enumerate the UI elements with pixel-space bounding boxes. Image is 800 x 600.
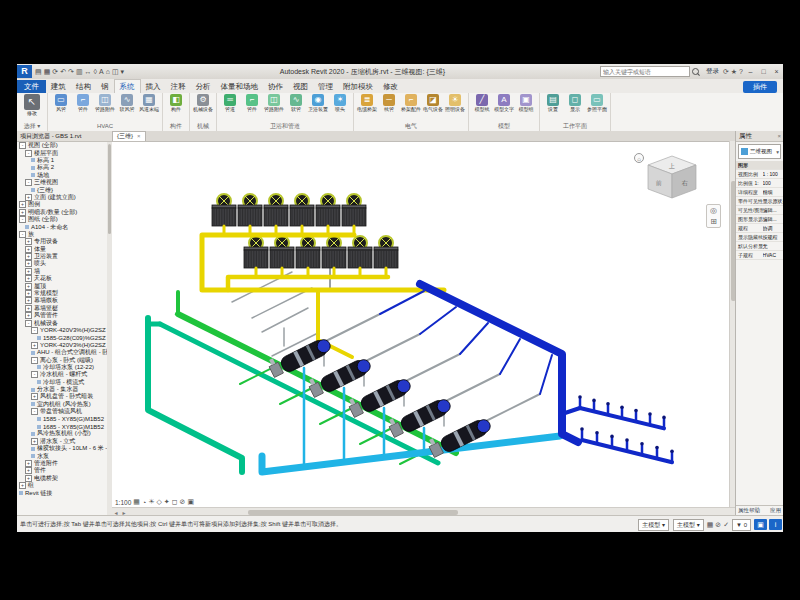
expander-icon[interactable]: + [25,238,32,245]
minimize-button[interactable]: – [744,65,757,78]
panel-label[interactable]: 模型 [471,122,537,131]
property-row[interactable]: 子规程HVAC [736,251,783,260]
tree-item[interactable]: +管道附件 [17,460,107,467]
expander-icon[interactable]: + [25,290,32,297]
tree-item[interactable]: +管件 [17,467,107,474]
viewbar-icon-0[interactable]: ▦ [133,498,140,506]
open-icon[interactable]: ▤ [35,65,42,78]
tool-电气设备[interactable]: ◪电气设备 [422,94,444,113]
tool-线管[interactable]: ─线管 [378,94,400,113]
expander-icon[interactable]: + [25,260,32,267]
expander-icon[interactable]: + [25,246,32,253]
tool-照明设备[interactable]: ☀照明设备 [444,94,466,113]
tab-系统[interactable]: 系统 [114,79,141,93]
properties-section[interactable]: 图形 [736,161,783,170]
property-row[interactable]: 详细程度精细 [736,188,783,197]
tree-item[interactable]: 标高 1 [17,157,107,164]
tree-item[interactable]: 场地 [17,172,107,179]
viewbar-icon-7[interactable]: ▣ [187,498,194,506]
panel-label[interactable]: 构件 [165,122,187,131]
tab-协作[interactable]: 协作 [263,80,288,93]
apply-button[interactable]: 应用 [770,506,781,515]
exclude-options-icon[interactable]: ▦ [707,521,714,529]
tree-item[interactable]: -YORK-420V3%(H)G2SZ [17,327,107,334]
close-button[interactable]: × [770,65,783,78]
tool-管件[interactable]: ⌐管件 [72,94,94,113]
tree-item[interactable]: +幕墙嵌板 [17,297,107,304]
selection-toggle-icon[interactable]: ▣ [754,519,767,530]
expander-icon[interactable]: - [31,357,38,364]
property-row[interactable]: 规程协调 [736,224,783,233]
drawing-canvas[interactable]: ⌂上前右 ◎ ⊞ 1:100 ▦◔☀◇✦◻⊘▣ [112,142,730,508]
tree-item[interactable]: 水泵 [17,452,107,459]
tab-建筑[interactable]: 建筑 [46,80,71,93]
tree-item[interactable]: 橡胶软接头 - 10LM - 6 米 - 335-175 Ch [17,445,107,452]
tab-插入[interactable]: 插入 [141,80,166,93]
signin-button[interactable]: 登录 [706,67,719,76]
property-row[interactable]: 比例值 1:100 [736,179,783,188]
expander-icon[interactable]: - [19,142,26,149]
tool-软风管[interactable]: ∿软风管 [116,94,138,113]
viewbar-icon-5[interactable]: ◻ [172,498,178,506]
property-row[interactable]: 可见性/图形编辑... [736,206,783,215]
tool-模型线[interactable]: ╱模型线 [471,94,493,113]
tree-item[interactable]: +墙 [17,268,107,275]
property-row[interactable]: 视图比例1 : 100 [736,170,783,179]
section-icon[interactable]: ◫ [112,65,119,78]
tool-机械设备[interactable]: ⚙机械设备 [192,94,214,113]
viewbar-icon-6[interactable]: ⊘ [180,498,186,506]
type-selector[interactable]: 三维视图 ▾ [738,144,781,159]
tree-item[interactable]: +专用设备 [17,238,107,245]
text-icon[interactable]: A [99,65,104,78]
property-row[interactable]: 零件可见性显示原状态 [736,197,783,206]
tab-结构[interactable]: 结构 [71,80,96,93]
tab-注释[interactable]: 注释 [166,80,191,93]
viewbar-icon-3[interactable]: ◇ [156,498,161,506]
tool-显示[interactable]: ◻显示 [564,94,586,113]
tree-item[interactable]: 标高 2 [17,164,107,171]
tree-item[interactable]: +屋顶 [17,282,107,289]
panel-label[interactable]: 电气 [356,122,466,131]
expander-icon[interactable]: + [25,253,32,260]
tree-item[interactable]: -视图 (全部) [17,142,107,149]
editable-only-icon[interactable]: ⊘ [715,521,721,529]
view-tab-3d[interactable]: {三维} × [112,131,146,141]
tool-参照平面[interactable]: ▭参照平面 [586,94,608,113]
expander-icon[interactable]: - [31,327,38,334]
tab-钢[interactable]: 钢 [96,80,114,93]
save-icon[interactable]: ▦ [44,65,51,78]
expander-icon[interactable]: + [25,275,32,282]
expander-icon[interactable]: + [25,297,32,304]
tool-管路附件[interactable]: ◫管路附件 [263,94,285,113]
zoom-tool-icon[interactable]: ⊞ [710,216,717,227]
help-icon[interactable]: ? [739,68,743,75]
view-scale[interactable]: 1:100 [115,499,131,506]
tree-item[interactable]: Revit 链接 [17,489,107,496]
panel-label[interactable]: HVAC [50,122,160,131]
sync-icon[interactable]: ⟳ [723,68,729,76]
panel-label[interactable]: 卫浴和管道 [219,122,351,131]
tool-喷头[interactable]: ✶喷头 [329,94,351,113]
tab-分析[interactable]: 分析 [191,80,216,93]
view-tab-close-icon[interactable]: × [137,132,141,141]
tree-item[interactable]: -族 [17,231,107,238]
viewbar-icon-4[interactable]: ✦ [164,498,170,506]
panel-label[interactable]: 选择 ▾ [19,122,45,131]
search-input[interactable] [600,66,690,77]
panel-label[interactable]: 工作平面 [542,122,608,131]
expander-icon[interactable]: - [31,408,38,415]
tree-item[interactable]: -楼层平面 [17,149,107,156]
expander-icon[interactable]: - [25,150,32,157]
3d-model-view[interactable]: ⌂上前右 [112,142,729,508]
customize-icon[interactable]: ▾ [121,65,125,78]
favorites-icon[interactable]: ★ [731,68,737,76]
filter-count[interactable]: ▼ 0 [732,519,751,531]
expander-icon[interactable]: - [19,216,26,223]
tag-icon[interactable]: ◊ [94,65,97,78]
tree-item[interactable]: +体量 [17,245,107,252]
tool-卫浴装置[interactable]: ◉卫浴装置 [307,94,329,113]
tree-item[interactable]: -机械设备 [17,319,107,326]
maximize-button[interactable]: □ [757,65,770,78]
tree-item[interactable]: +风管管件 [17,312,107,319]
tab-体量和场地[interactable]: 体量和场地 [216,80,264,93]
